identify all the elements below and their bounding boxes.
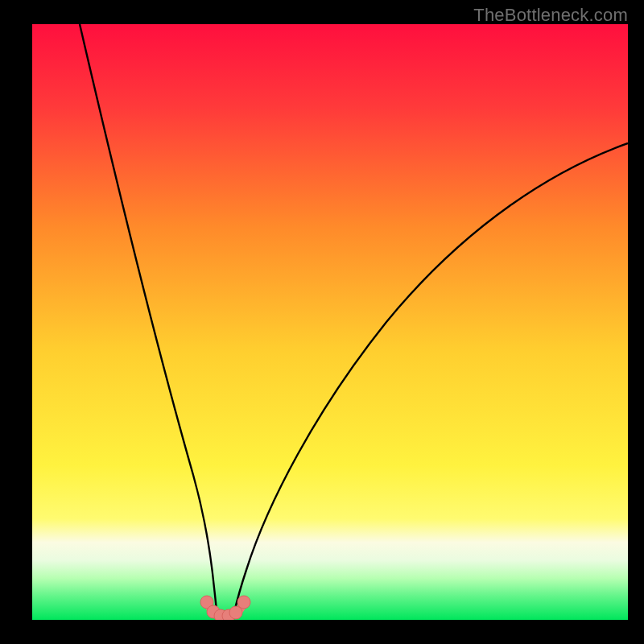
bottleneck-curve-left bbox=[80, 24, 217, 616]
plot-area bbox=[32, 24, 628, 620]
marker-dot bbox=[229, 606, 242, 619]
marker-group bbox=[200, 596, 250, 620]
bottleneck-curve-right bbox=[233, 143, 628, 616]
curve-layer bbox=[32, 24, 628, 620]
marker-dot bbox=[237, 596, 250, 609]
chart-frame: TheBottleneck.com bbox=[0, 0, 644, 644]
watermark-text: TheBottleneck.com bbox=[473, 5, 628, 26]
